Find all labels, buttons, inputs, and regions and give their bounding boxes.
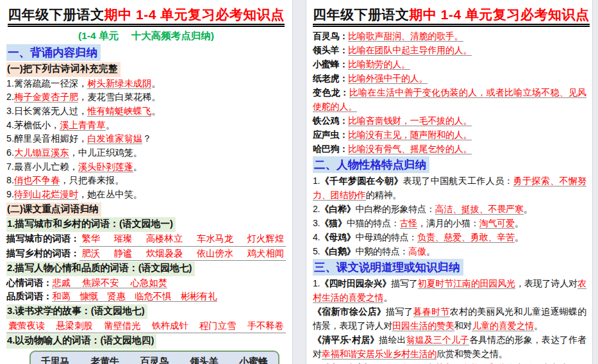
text-segment: 。	[151, 106, 160, 116]
text-segment: 《清平乐·村居》	[313, 335, 379, 345]
text-segment: 溪上青青草	[60, 120, 105, 131]
page-title-text: 四年级下册语文期中 1-4 单元复习必考知识点	[8, 6, 285, 27]
page-title: 四年级下册语文期中 1-4 单元复习必考知识点	[6, 6, 286, 27]
vocab-word: 凿壁借光	[104, 319, 140, 333]
animal-word: 千里马	[41, 354, 69, 364]
vocab-word: 程门立雪	[199, 319, 236, 333]
section-heading-wrap: 一、背诵内容归纳	[6, 44, 286, 61]
poem-line: 6.大儿锄豆溪东，中儿正织鸡笼。	[6, 146, 286, 160]
story-words-row: 囊萤夜读 悬梁刺股 凿壁借光 铁杵成针 程门立雪 手不释卷	[6, 319, 286, 334]
text-segment: 1.篱落疏疏一径深，	[6, 78, 87, 88]
idiom-definition: 比喻外强中干的人。	[348, 73, 428, 84]
vocab-word: 灯火辉煌	[247, 232, 284, 246]
text-segment: 1.	[313, 278, 320, 288]
text-segment: 描写了	[386, 306, 413, 317]
vocab-heading-wrap: 2.描写人物心情和品质的词语：(语文园地七)	[6, 261, 286, 276]
text-segment: 4.茅檐低小，	[6, 120, 60, 130]
text-segment: 中鹅的特点：	[355, 246, 408, 256]
text-segment: 田园生活的赞美	[392, 320, 454, 331]
idiom-term: 小蜜蜂：	[313, 59, 348, 69]
text-segment: 。	[426, 246, 435, 256]
village-words-group: 肥沃 静谧 炊烟袅袅 依山傍水 鸡犬相闻	[79, 247, 286, 261]
text-segment: 《白鹅》	[320, 246, 355, 256]
poem-line: 3.日长篱落无人过，惟有蜻蜓峡蝶飞。	[6, 104, 286, 119]
title-red-part: 期中 1-4 单元复习必考知识点	[104, 7, 285, 22]
text-segment: 3.	[313, 218, 320, 228]
text-segment: 梅子金黄杏子肥	[14, 92, 78, 103]
idiom-term: 百灵鸟：	[313, 31, 348, 41]
document-page-left: 四年级下册语文期中 1-4 单元复习必考知识点 (1-4 单元 十大高频考点归纳…	[0, 0, 293, 364]
vocab-word: 繁华	[81, 232, 100, 246]
vocab-word: 高楼林立	[146, 232, 183, 246]
text-segment: 中猫的特点：	[347, 218, 400, 228]
text-segment: 的精神。	[366, 190, 401, 200]
idiom-term: 应声虫：	[313, 129, 348, 140]
idiom-term: 领头羊：	[313, 45, 348, 55]
idiom-term: 变色龙：	[313, 87, 349, 97]
idiom-definition-row: 领头羊：比喻在团队中起主导作用的人。	[313, 43, 586, 57]
page-title: 四年级下册语文期中 1-4 单元复习必考知识点	[313, 6, 586, 27]
quality-words-row: 品质词语：和蔼 慷慨 贤惠 临危不惧 彬彬有礼	[6, 290, 286, 304]
text-segment: 。	[383, 292, 392, 302]
section3-heading: 三、课文说明道理或知识归纳	[313, 259, 463, 276]
quality-words-label: 品质词语：	[6, 291, 52, 301]
idiom-definition-row: 铁公鸡：比喻吝啬钱财，一毛不拔的人。	[313, 113, 586, 128]
text-segment: 《千年梦圆在今朝》	[320, 176, 403, 186]
vocab-word: 肥沃	[81, 247, 100, 261]
text-segment: 2.	[313, 204, 320, 214]
text-segment: 9.	[6, 189, 14, 199]
vocab-word: 鸡犬相闻	[247, 247, 284, 261]
idiom-definition-row: 应声虫：比喻没有主见，随声附和的人。	[313, 128, 586, 142]
text-segment: 《四时田园杂兴》	[320, 278, 391, 288]
text-segment: 1.	[313, 176, 320, 186]
text-segment: 7.最喜小儿亡赖，	[6, 161, 78, 172]
text-segment: 《猫》	[320, 218, 346, 228]
text-segment: 描绘出	[379, 335, 406, 345]
text-segment: ，她在丛中笑。	[78, 189, 142, 199]
text-segment: 中白桦的形象特点：	[355, 204, 435, 214]
text-segment: 幸福和谐安居乐业乡村生活的	[322, 349, 436, 360]
text-segment: 。	[151, 78, 160, 88]
text-segment: 负责、慈爱、勇敢、辛苦	[417, 232, 515, 243]
vocab-word: 铁杵成针	[152, 319, 188, 333]
text-segment: ，麦花雪白菜花稀。	[78, 92, 161, 102]
vocab-word: 静谧	[114, 247, 133, 261]
text-segment: 。	[534, 320, 543, 331]
text-segment: ，只把春来报。	[60, 175, 124, 185]
poem-line: 8.俏也不争春，只把春来报。	[6, 174, 286, 188]
lesson-point: 《清平乐·村居》描绘出翁媪及三个儿子各具情态的形象，表达了作者对幸福和谐安居乐业…	[313, 333, 586, 361]
character-point: 2.《白桦》中白桦的形象特点：高洁、挺拔、不畏严寒。	[313, 202, 586, 216]
vocab-word: 璀璨	[114, 232, 133, 246]
mood-words: 悲戚 焦躁不安 心急如焚	[52, 277, 167, 288]
city-words-label: 描写城市的词语：	[6, 232, 79, 246]
text-segment: 6.	[6, 147, 14, 158]
subsection-heading-wrap: (二)课文重点词语归纳	[6, 202, 286, 217]
text-segment: 5.	[313, 246, 320, 256]
quality-words: 和蔼 慷慨 贤惠 临危不惧 彬彬有礼	[52, 291, 217, 302]
text-segment: 4.	[313, 232, 320, 242]
idiom-definition: 比喻勤劳的人。	[348, 59, 410, 70]
poem-line: 5.醉里吴音相媚好，白发谁家翁媪？	[6, 132, 286, 146]
text-segment: 待到山花烂漫时	[14, 189, 78, 200]
text-segment: ，表现了诗人对	[515, 278, 577, 288]
idiom-definition: 比喻歌声甜润、清脆的歌手。	[348, 31, 463, 42]
vocab-heading-wrap: 1.描写城市和乡村的词语：(语文园地一)	[6, 217, 286, 232]
vocab-word: 囊萤夜读	[8, 319, 45, 333]
idiom-definition: 比喻在生活中善于变化伪装的人，或者比喻立场不稳、见风使舵的人。	[313, 87, 586, 112]
vocab2-heading: 2.描写人物心情和品质的词语：(语文园地七)	[6, 261, 195, 276]
vocab1-heading: 1.描写城市和乡村的词语：(语文园地一)	[6, 217, 176, 232]
idiom-definition-row: 纸老虎：比喻外强中干的人。	[313, 71, 586, 85]
idiom-term: 铁公鸡：	[313, 115, 348, 126]
text-segment: 翁媪及三个儿子	[406, 335, 470, 345]
text-segment: ，满月的小猫：	[417, 218, 479, 228]
text-segment: 俏也不争春	[14, 175, 60, 186]
text-segment: 《母鸡》	[320, 232, 355, 242]
page-title-text: 四年级下册语文期中 1-4 单元复习必考知识点	[313, 6, 590, 27]
text-segment: ，中儿正织鸡笼。	[69, 147, 142, 158]
lesson-point: 2.《乡下人家》展现了乡下人家朴实、自然、和谐的生活，也表达了	[313, 361, 586, 364]
text-segment: 惟有蜻蜓峡蝶飞	[87, 106, 151, 117]
section2-heading: 二、人物性格特点归纳	[313, 156, 429, 173]
story-words-group: 囊萤夜读 悬梁刺股 凿壁借光 铁杵成针 程门立雪 手不释卷	[6, 319, 286, 334]
idiom-definition: 比喻没有主见，随声附和的人。	[348, 129, 472, 140]
animal-word: 小蜜蜂	[240, 354, 268, 364]
